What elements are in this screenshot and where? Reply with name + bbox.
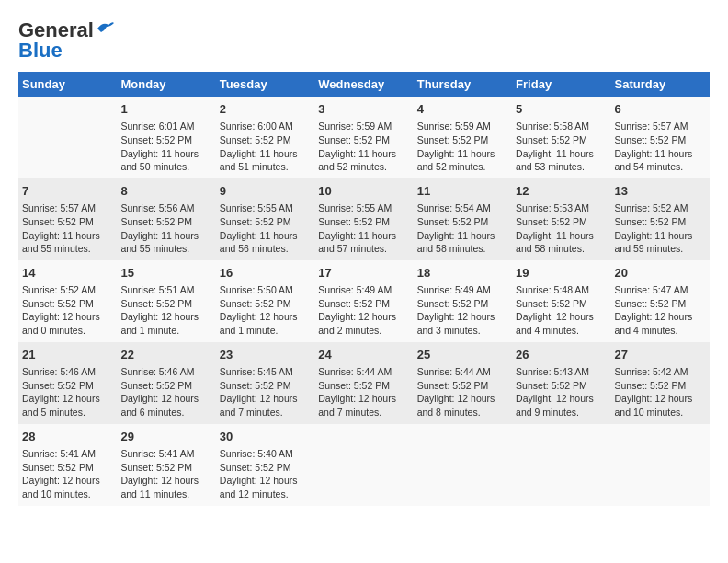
calendar-cell: 22Sunrise: 5:46 AMSunset: 5:52 PMDayligh… xyxy=(117,342,215,424)
calendar-cell xyxy=(611,424,710,506)
day-number: 29 xyxy=(120,429,211,445)
day-number: 15 xyxy=(120,265,211,282)
day-number: 6 xyxy=(615,101,706,118)
day-number: 16 xyxy=(220,265,311,282)
week-row-5: 28Sunrise: 5:41 AMSunset: 5:52 PMDayligh… xyxy=(18,424,710,506)
day-info: Sunrise: 5:43 AMSunset: 5:52 PMDaylight:… xyxy=(516,365,607,419)
day-header-wednesday: Wednesday xyxy=(314,72,413,97)
day-number: 24 xyxy=(318,347,409,363)
week-row-2: 7Sunrise: 5:57 AMSunset: 5:52 PMDaylight… xyxy=(18,178,710,260)
day-number: 27 xyxy=(615,347,706,363)
day-number: 25 xyxy=(417,347,508,363)
day-info: Sunrise: 5:56 AMSunset: 5:52 PMDaylight:… xyxy=(120,201,211,256)
day-header-thursday: Thursday xyxy=(414,72,512,97)
calendar-cell: 29Sunrise: 5:41 AMSunset: 5:52 PMDayligh… xyxy=(117,424,215,506)
calendar-cell: 10Sunrise: 5:55 AMSunset: 5:52 PMDayligh… xyxy=(314,178,413,260)
day-number: 20 xyxy=(615,265,706,282)
day-info: Sunrise: 5:49 AMSunset: 5:52 PMDaylight:… xyxy=(417,283,508,338)
calendar-cell: 14Sunrise: 5:52 AMSunset: 5:52 PMDayligh… xyxy=(18,260,117,342)
calendar-cell: 25Sunrise: 5:44 AMSunset: 5:52 PMDayligh… xyxy=(414,342,512,424)
day-info: Sunrise: 5:42 AMSunset: 5:52 PMDaylight:… xyxy=(615,365,706,419)
day-number: 19 xyxy=(516,265,607,282)
week-row-4: 21Sunrise: 5:46 AMSunset: 5:52 PMDayligh… xyxy=(18,342,710,424)
calendar-cell: 20Sunrise: 5:47 AMSunset: 5:52 PMDayligh… xyxy=(611,260,710,342)
calendar-cell: 9Sunrise: 5:55 AMSunset: 5:52 PMDaylight… xyxy=(216,178,314,260)
day-number: 8 xyxy=(120,183,211,200)
day-info: Sunrise: 5:44 AMSunset: 5:52 PMDaylight:… xyxy=(417,365,508,419)
day-header-monday: Monday xyxy=(117,72,215,97)
day-info: Sunrise: 5:59 AMSunset: 5:52 PMDaylight:… xyxy=(417,120,508,174)
day-number: 12 xyxy=(516,183,607,200)
calendar-cell: 6Sunrise: 5:57 AMSunset: 5:52 PMDaylight… xyxy=(611,97,710,178)
day-info: Sunrise: 5:58 AMSunset: 5:52 PMDaylight:… xyxy=(516,120,607,174)
day-number: 4 xyxy=(417,101,508,118)
calendar-cell: 21Sunrise: 5:46 AMSunset: 5:52 PMDayligh… xyxy=(18,342,117,424)
calendar-cell: 26Sunrise: 5:43 AMSunset: 5:52 PMDayligh… xyxy=(512,342,610,424)
day-number: 11 xyxy=(417,183,508,200)
logo-bird-icon xyxy=(96,19,116,38)
day-header-tuesday: Tuesday xyxy=(216,72,314,97)
calendar-cell: 19Sunrise: 5:48 AMSunset: 5:52 PMDayligh… xyxy=(512,260,610,342)
day-info: Sunrise: 5:46 AMSunset: 5:52 PMDaylight:… xyxy=(22,365,113,419)
day-info: Sunrise: 6:01 AMSunset: 5:52 PMDaylight:… xyxy=(120,120,211,174)
day-info: Sunrise: 5:55 AMSunset: 5:52 PMDaylight:… xyxy=(220,201,311,256)
calendar-cell: 18Sunrise: 5:49 AMSunset: 5:52 PMDayligh… xyxy=(414,260,512,342)
day-number: 5 xyxy=(516,101,607,118)
header: General Blue xyxy=(18,18,710,63)
day-number: 22 xyxy=(120,347,211,363)
day-number: 30 xyxy=(220,429,311,445)
week-row-3: 14Sunrise: 5:52 AMSunset: 5:52 PMDayligh… xyxy=(18,260,710,342)
day-number: 28 xyxy=(22,429,113,445)
calendar-cell: 1Sunrise: 6:01 AMSunset: 5:52 PMDaylight… xyxy=(117,97,215,178)
calendar-cell: 15Sunrise: 5:51 AMSunset: 5:52 PMDayligh… xyxy=(117,260,215,342)
day-info: Sunrise: 5:52 AMSunset: 5:52 PMDaylight:… xyxy=(615,201,706,256)
day-info: Sunrise: 5:50 AMSunset: 5:52 PMDaylight:… xyxy=(220,283,311,338)
day-info: Sunrise: 5:44 AMSunset: 5:52 PMDaylight:… xyxy=(318,365,409,419)
calendar-cell: 23Sunrise: 5:45 AMSunset: 5:52 PMDayligh… xyxy=(216,342,314,424)
calendar-cell: 4Sunrise: 5:59 AMSunset: 5:52 PMDaylight… xyxy=(414,97,512,178)
week-row-1: 1Sunrise: 6:01 AMSunset: 5:52 PMDaylight… xyxy=(18,97,710,178)
day-number: 23 xyxy=(220,347,311,363)
day-info: Sunrise: 6:00 AMSunset: 5:52 PMDaylight:… xyxy=(220,120,311,174)
calendar-cell: 30Sunrise: 5:40 AMSunset: 5:52 PMDayligh… xyxy=(216,424,314,506)
day-info: Sunrise: 5:45 AMSunset: 5:52 PMDaylight:… xyxy=(220,365,311,419)
calendar-cell xyxy=(314,424,413,506)
calendar-cell: 17Sunrise: 5:49 AMSunset: 5:52 PMDayligh… xyxy=(314,260,413,342)
calendar-cell: 27Sunrise: 5:42 AMSunset: 5:52 PMDayligh… xyxy=(611,342,710,424)
calendar-cell: 8Sunrise: 5:56 AMSunset: 5:52 PMDaylight… xyxy=(117,178,215,260)
day-number: 2 xyxy=(220,101,311,118)
day-info: Sunrise: 5:55 AMSunset: 5:52 PMDaylight:… xyxy=(318,201,409,256)
day-number: 7 xyxy=(22,183,113,200)
day-info: Sunrise: 5:41 AMSunset: 5:52 PMDaylight:… xyxy=(120,447,211,501)
day-info: Sunrise: 5:40 AMSunset: 5:52 PMDaylight:… xyxy=(220,447,311,501)
calendar-table: SundayMondayTuesdayWednesdayThursdayFrid… xyxy=(18,72,710,506)
day-number: 14 xyxy=(22,265,113,282)
day-info: Sunrise: 5:49 AMSunset: 5:52 PMDaylight:… xyxy=(318,283,409,338)
day-info: Sunrise: 5:51 AMSunset: 5:52 PMDaylight:… xyxy=(120,283,211,338)
day-info: Sunrise: 5:54 AMSunset: 5:52 PMDaylight:… xyxy=(417,201,508,256)
day-number: 13 xyxy=(615,183,706,200)
day-number: 3 xyxy=(318,101,409,118)
day-number: 9 xyxy=(220,183,311,200)
calendar-cell: 11Sunrise: 5:54 AMSunset: 5:52 PMDayligh… xyxy=(414,178,512,260)
logo-blue: Blue xyxy=(18,39,63,63)
day-info: Sunrise: 5:47 AMSunset: 5:52 PMDaylight:… xyxy=(615,283,706,338)
calendar-cell xyxy=(414,424,512,506)
calendar-cell: 3Sunrise: 5:59 AMSunset: 5:52 PMDaylight… xyxy=(314,97,413,178)
calendar-cell: 24Sunrise: 5:44 AMSunset: 5:52 PMDayligh… xyxy=(314,342,413,424)
day-header-sunday: Sunday xyxy=(18,72,117,97)
day-info: Sunrise: 5:59 AMSunset: 5:52 PMDaylight:… xyxy=(318,120,409,174)
calendar-cell: 13Sunrise: 5:52 AMSunset: 5:52 PMDayligh… xyxy=(611,178,710,260)
calendar-cell: 12Sunrise: 5:53 AMSunset: 5:52 PMDayligh… xyxy=(512,178,610,260)
day-number: 21 xyxy=(22,347,113,363)
calendar-cell: 28Sunrise: 5:41 AMSunset: 5:52 PMDayligh… xyxy=(18,424,117,506)
day-info: Sunrise: 5:41 AMSunset: 5:52 PMDaylight:… xyxy=(22,447,113,501)
day-number: 17 xyxy=(318,265,409,282)
days-header-row: SundayMondayTuesdayWednesdayThursdayFrid… xyxy=(18,72,710,97)
day-info: Sunrise: 5:48 AMSunset: 5:52 PMDaylight:… xyxy=(516,283,607,338)
calendar-cell xyxy=(18,97,117,178)
day-info: Sunrise: 5:57 AMSunset: 5:52 PMDaylight:… xyxy=(615,120,706,174)
calendar-cell: 16Sunrise: 5:50 AMSunset: 5:52 PMDayligh… xyxy=(216,260,314,342)
calendar-cell xyxy=(512,424,610,506)
day-number: 18 xyxy=(417,265,508,282)
